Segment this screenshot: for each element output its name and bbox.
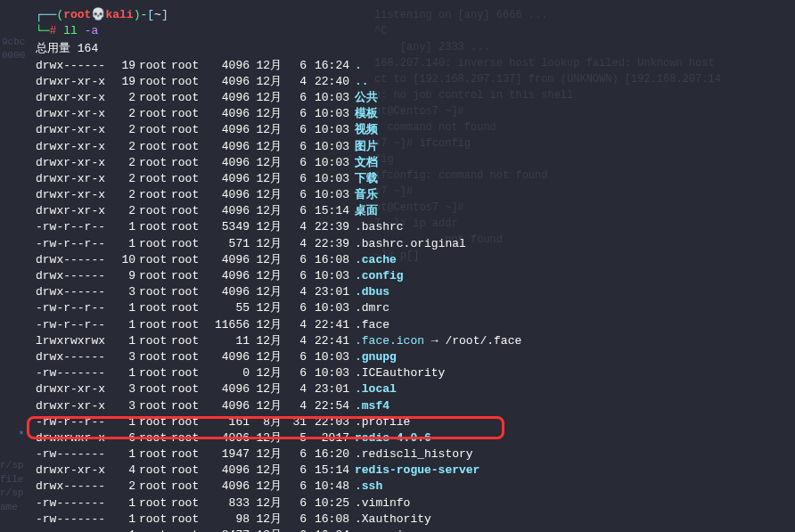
terminal-output[interactable]: ┌──(root💀kali)-[~] └─# ll -a 总用量 164 drw…	[0, 0, 795, 532]
list-item: -rw-------1rootroot012月610:03.ICEauthori…	[36, 365, 788, 381]
list-item: -rw-r--r--1rootroot5512月610:03.dmrc	[36, 300, 788, 316]
list-item: -rw-r--r--1rootroot534912月422:39.bashrc	[36, 219, 788, 235]
total-line: 总用量 164	[36, 41, 788, 57]
list-item: drwxrwxr-x6rootroot409612月52017redis-4.0…	[36, 430, 788, 446]
list-item: drwxr-xr-x2rootroot409612月610:03下载	[36, 171, 788, 187]
list-item: drwx------2rootroot409612月610:48.ssh	[36, 479, 788, 495]
list-item: -rw-r--r--1rootroot1618月3122:03.profile	[36, 414, 788, 430]
list-item: drwxr-xr-x2rootroot409612月610:03视频	[36, 122, 788, 138]
list-item: drwxr-xr-x3rootroot409612月423:01.local	[36, 381, 788, 397]
list-item: -rw-r--r--1rootroot57112月422:39.bashrc.o…	[36, 236, 788, 252]
list-item: drwxr-xr-x2rootroot409612月610:03公共	[36, 90, 788, 106]
list-item: lrwxrwxrwx1rootroot1112月422:41.face.icon…	[36, 333, 788, 349]
directory-listing: drwx------19rootroot409612月616:24.drwxr-…	[36, 58, 788, 532]
list-item: drwxr-xr-x2rootroot409612月610:03模板	[36, 106, 788, 122]
list-item: drwxr-xr-x4rootroot409612月615:14redis-ro…	[36, 462, 788, 479]
list-item: -rw-------1rootroot83312月610:25.viminfo	[36, 495, 788, 512]
list-item: drwxr-xr-x3rootroot409612月422:54.msf4	[36, 398, 788, 414]
list-item: drwxr-xr-x2rootroot409612月610:03音乐	[36, 187, 788, 203]
list-item: drwxr-xr-x2rootroot409612月615:14桌面	[36, 203, 788, 219]
list-item: drwx------3rootroot409612月610:03.gnupg	[36, 349, 788, 365]
list-item: drwx------9rootroot409612月610:03.config	[36, 268, 788, 284]
list-item: -rw-r--r--1rootroot1165612月422:41.face	[36, 317, 788, 333]
list-item: drwxr-xr-x2rootroot409612月610:03图片	[36, 139, 788, 155]
list-item: drwxr-xr-x2rootroot409612月610:03文档	[36, 155, 788, 171]
prompt-line-2: └─# ll -a	[36, 23, 788, 39]
list-item: -rw-------1rootroot194712月616:20.rediscl…	[36, 446, 788, 462]
list-item: -rw-------1rootroot9812月616:08.Xauthorit…	[36, 512, 788, 528]
list-item: -rw-------1rootroot847712月616:24.xsessio…	[36, 528, 788, 532]
prompt-line-1: ┌──(root💀kali)-[~]	[36, 7, 788, 23]
list-item: drwx------19rootroot409612月616:24.	[36, 58, 788, 74]
list-item: drwx------10rootroot409612月616:08.cache	[36, 252, 788, 268]
list-item: drwxr-xr-x19rootroot409612月422:40..	[36, 74, 788, 90]
list-item: drwx------3rootroot409612月423:01.dbus	[36, 284, 788, 300]
